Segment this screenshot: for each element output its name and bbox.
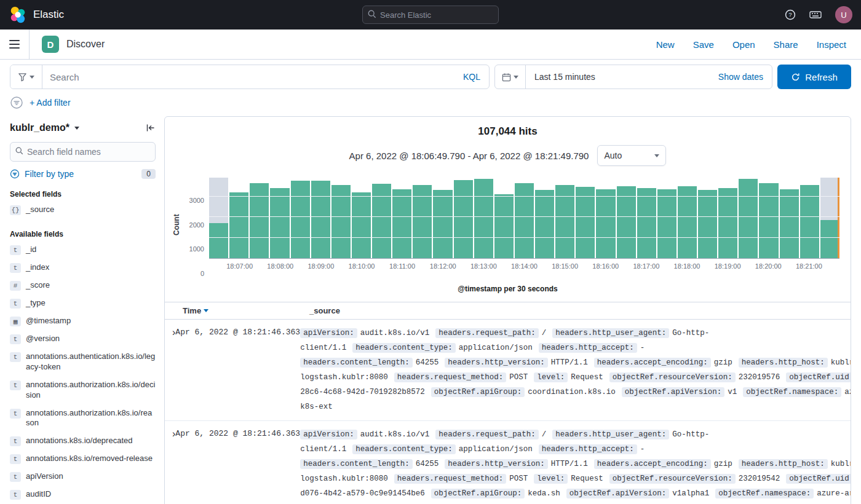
- field-item-auditID[interactable]: tauditID: [10, 486, 156, 503]
- histogram-bar[interactable]: [698, 176, 717, 258]
- field-name-badge[interactable]: headers.accept_encoding:: [594, 459, 711, 469]
- field-name-badge[interactable]: headers.content_length:: [300, 358, 413, 368]
- field-name-badge[interactable]: objectRef.resourceVersion:: [609, 372, 736, 382]
- global-search-input[interactable]: [380, 10, 493, 20]
- field-item-@timestamp[interactable]: ▦@timestamp: [10, 312, 156, 330]
- histogram-bar[interactable]: [657, 176, 676, 258]
- refresh-button[interactable]: Refresh: [777, 65, 851, 89]
- field-item-_id[interactable]: t_id: [10, 241, 156, 259]
- field-item-_score[interactable]: #_score: [10, 277, 156, 294]
- show-dates-button[interactable]: Show dates: [718, 72, 772, 82]
- field-name-badge[interactable]: headers.content_type:: [352, 343, 456, 353]
- histogram-bar[interactable]: [718, 176, 737, 258]
- add-filter-button[interactable]: + Add filter: [30, 98, 71, 108]
- histogram-bar[interactable]: [535, 176, 554, 258]
- histogram-bar[interactable]: [637, 176, 656, 258]
- field-name-badge[interactable]: objectRef.apiVersion:: [622, 387, 725, 397]
- histogram-bar[interactable]: [372, 176, 391, 258]
- nav-action-open[interactable]: Open: [732, 39, 755, 50]
- field-name-badge[interactable]: headers.request_method:: [394, 474, 507, 484]
- field-item-annotations.authorization.k8s.io/decision[interactable]: tannotations.authorization.k8s.io/decisi…: [10, 376, 156, 404]
- field-name-badge[interactable]: objectRef.apiGroup:: [431, 387, 525, 397]
- field-search-box[interactable]: [10, 142, 156, 162]
- field-name-badge[interactable]: objectRef.namespace:: [743, 387, 841, 397]
- nav-action-save[interactable]: Save: [693, 39, 714, 50]
- field-name-badge[interactable]: headers.http_user_agent:: [552, 328, 669, 338]
- field-item-apiVersion[interactable]: tapiVersion: [10, 468, 156, 486]
- histogram-bar[interactable]: [291, 176, 310, 258]
- field-name-badge[interactable]: objectRef.apiVersion:: [566, 489, 670, 498]
- histogram-bar[interactable]: [474, 176, 493, 258]
- filter-by-type[interactable]: Filter by type 0: [10, 169, 156, 179]
- field-name-badge[interactable]: headers.http_user_agent:: [552, 430, 669, 439]
- field-item-annotations.authorization.k8s.io/reason[interactable]: tannotations.authorization.k8s.io/reason: [10, 404, 156, 433]
- query-language-badge[interactable]: KQL: [454, 72, 489, 82]
- menu-icon[interactable]: [0, 30, 30, 59]
- date-quick-select-button[interactable]: [495, 65, 526, 89]
- field-name-badge[interactable]: objectRef.uid:: [786, 474, 851, 484]
- histogram-bar[interactable]: [494, 176, 514, 258]
- field-item-_index[interactable]: t_index: [10, 259, 156, 277]
- time-range-value[interactable]: Last 15 minutes: [526, 72, 604, 82]
- field-name-badge[interactable]: objectRef.apiGroup:: [431, 489, 525, 498]
- interval-select[interactable]: Auto: [597, 145, 666, 166]
- field-item-annotations.k8s.io/deprecated[interactable]: tannotations.k8s.io/deprecated: [10, 432, 156, 450]
- histogram-bar[interactable]: [250, 176, 269, 258]
- field-name-badge[interactable]: objectRef.uid:: [786, 372, 851, 382]
- field-name-badge[interactable]: headers.http_version:: [445, 459, 548, 469]
- histogram-bar[interactable]: [820, 176, 839, 258]
- global-search[interactable]: [362, 6, 499, 24]
- field-name-badge[interactable]: apiVersion:: [300, 430, 357, 439]
- elastic-logo[interactable]: [9, 6, 27, 24]
- field-name-badge[interactable]: headers.http_accept:: [539, 444, 637, 454]
- filter-menu-icon[interactable]: [10, 96, 23, 109]
- field-name-badge[interactable]: headers.content_length:: [300, 459, 413, 469]
- histogram-bar[interactable]: [800, 176, 819, 258]
- field-name-badge[interactable]: level:: [534, 372, 568, 382]
- histogram-bar[interactable]: [270, 176, 289, 258]
- field-search-input[interactable]: [27, 147, 150, 157]
- histogram-bar[interactable]: [454, 176, 473, 258]
- saved-query-button[interactable]: [10, 65, 42, 89]
- field-name-badge[interactable]: headers.content_type:: [352, 444, 456, 454]
- query-search-input[interactable]: [42, 72, 454, 82]
- histogram-bar[interactable]: [209, 176, 228, 258]
- histogram-bar[interactable]: [759, 176, 778, 258]
- field-name-badge[interactable]: headers.accept_encoding:: [594, 358, 711, 368]
- histogram-bar[interactable]: [780, 176, 799, 258]
- histogram-bar[interactable]: [311, 176, 330, 258]
- keyboard-shortcuts-icon[interactable]: [809, 10, 822, 20]
- histogram-bar[interactable]: [678, 176, 697, 258]
- histogram-bar[interactable]: [352, 176, 371, 258]
- field-name-badge[interactable]: headers.http_host:: [739, 358, 828, 368]
- field-item-_source[interactable]: {}_source: [10, 201, 156, 219]
- nav-action-new[interactable]: New: [656, 39, 675, 50]
- histogram-bar[interactable]: [392, 176, 411, 258]
- histogram-bar[interactable]: [515, 176, 534, 258]
- field-name-badge[interactable]: headers.request_path:: [435, 328, 539, 338]
- field-name-badge[interactable]: headers.request_method:: [394, 372, 507, 382]
- field-name-badge[interactable]: headers.http_accept:: [539, 343, 637, 353]
- histogram-bar[interactable]: [576, 176, 595, 258]
- collapse-sidebar-button[interactable]: [146, 123, 156, 133]
- discover-app-icon[interactable]: D: [42, 36, 59, 53]
- histogram-bar[interactable]: [617, 176, 636, 258]
- field-name-badge[interactable]: headers.http_host:: [739, 459, 828, 469]
- field-name-badge[interactable]: headers.request_path:: [435, 430, 539, 439]
- field-item-_type[interactable]: t_type: [10, 294, 156, 312]
- field-name-badge[interactable]: objectRef.namespace:: [715, 489, 814, 498]
- histogram-bar[interactable]: [331, 176, 351, 258]
- time-column-header[interactable]: Time: [183, 306, 309, 315]
- field-item-@version[interactable]: t@version: [10, 330, 156, 348]
- histogram-bar[interactable]: [229, 176, 248, 258]
- nav-action-inspect[interactable]: Inspect: [817, 39, 846, 50]
- field-item-annotations.authentication.k8s.io/legacy-token[interactable]: tannotations.authentication.k8s.io/legac…: [10, 348, 156, 376]
- help-icon[interactable]: ?: [785, 9, 796, 20]
- nav-action-share[interactable]: Share: [774, 39, 798, 50]
- index-pattern-selector[interactable]: kublr_demo*: [10, 122, 69, 133]
- histogram-bar[interactable]: [596, 176, 615, 258]
- histogram-bar[interactable]: [739, 176, 758, 258]
- histogram-bar[interactable]: [433, 176, 452, 258]
- field-name-badge[interactable]: level:: [534, 474, 568, 484]
- field-name-badge[interactable]: apiVersion:: [300, 328, 357, 338]
